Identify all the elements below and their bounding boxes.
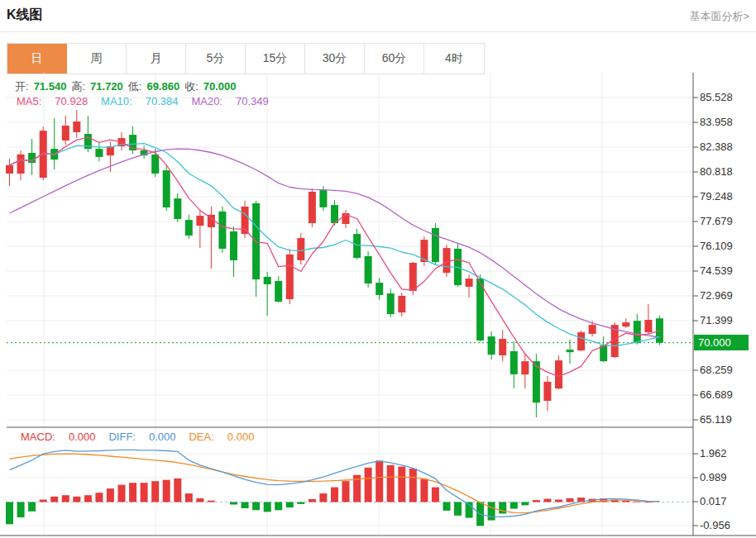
info-label: MA5: — [17, 95, 41, 107]
info-value: 70.000 — [203, 80, 237, 93]
y-axis-label: 76.109 — [700, 240, 733, 252]
kline-page: K线图 基本面分析> 日周月5分15分30分60分4时 开:71.540高:71… — [0, 0, 756, 538]
y-axis-label: 79.248 — [700, 190, 733, 202]
y-axis-label: 71.399 — [700, 314, 733, 326]
y-axis-label: 74.539 — [700, 264, 733, 277]
macd-histogram — [6, 460, 652, 526]
y-axis-label: 72.969 — [700, 289, 733, 302]
info-label: MA20: — [191, 95, 222, 107]
ma-info-row: MA5:70.928MA10:70.384MA20:70.349 — [17, 95, 282, 107]
macd-axis-label: 1.962 — [700, 447, 727, 459]
ma5-line — [10, 137, 660, 376]
macd-axis-label: 0.989 — [700, 471, 727, 483]
info-label: DEA: — [189, 431, 213, 443]
info-value: 70.349 — [236, 95, 269, 107]
info-value: 70.928 — [55, 95, 88, 107]
y-axis-label: 83.958 — [700, 116, 733, 128]
y-axis-label: 80.818 — [700, 165, 733, 178]
y-axis-label: 68.259 — [700, 364, 733, 376]
y-axis-label: 65.119 — [700, 413, 732, 426]
y-axis-label: 77.679 — [700, 215, 733, 227]
info-label: 低: — [128, 80, 142, 93]
diff-line — [10, 450, 660, 517]
ma10-line — [10, 144, 660, 346]
info-value: 0.000 — [149, 431, 176, 443]
info-label: 收: — [184, 80, 199, 93]
info-value: 70.384 — [146, 95, 179, 107]
info-label: 高: — [71, 80, 85, 93]
info-value: 0.000 — [227, 431, 255, 443]
ma20-line — [10, 149, 660, 337]
info-value: 71.540 — [34, 80, 67, 93]
ohlc-info-row: 开:71.540高:71.720低:69.860收:70.000 — [15, 79, 242, 94]
info-value: 69.860 — [146, 80, 179, 93]
macd-axis-label: -0.956 — [700, 519, 730, 531]
candlestick-series — [6, 110, 663, 417]
dea-line — [10, 454, 660, 513]
y-axis-label: 85.528 — [700, 91, 733, 103]
info-label: MA10: — [101, 95, 132, 107]
y-axis-label: 82.388 — [700, 140, 733, 153]
info-value: 0.000 — [69, 431, 96, 443]
y-axis-label: 66.689 — [700, 388, 733, 401]
info-label: DIFF: — [108, 431, 136, 443]
current-price-marker: 70.000 — [694, 335, 749, 350]
macd-info-row: MACD:0.000DIFF:0.000DEA:0.000 — [21, 431, 267, 443]
info-label: 开: — [15, 80, 29, 93]
info-value: 71.720 — [90, 80, 123, 93]
macd-axis-label: 0.017 — [700, 495, 727, 507]
info-label: MACD: — [21, 431, 55, 443]
